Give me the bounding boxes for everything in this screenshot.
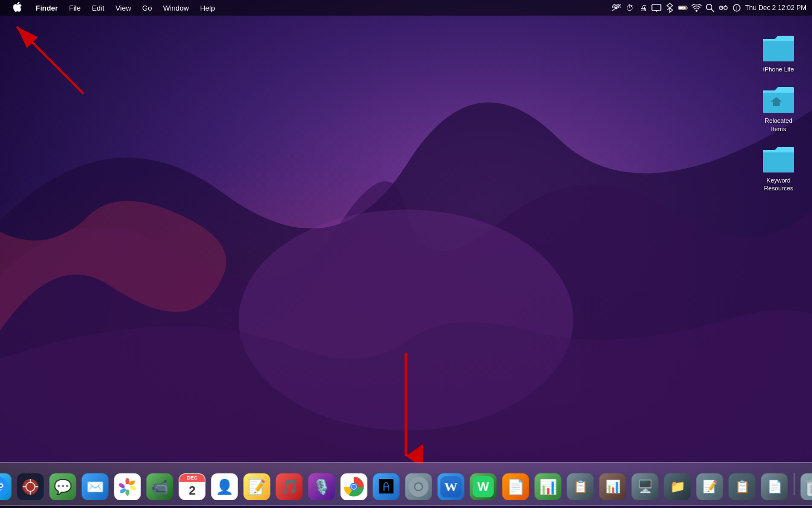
svg-point-33 [125, 489, 129, 496]
svg-point-30 [125, 478, 129, 485]
photos-icon [114, 473, 141, 500]
dock-sysprefs[interactable] [404, 472, 434, 502]
app3-icon: 🖥️ [632, 473, 659, 500]
dock-app7[interactable]: 📄 [760, 472, 790, 502]
notes-icon: 📝 [244, 473, 270, 500]
menubar-right: ⏱ 🖨 ⚡ [611, 3, 812, 13]
iphone-life-folder[interactable]: iPhone Life [756, 33, 801, 74]
svg-point-13 [721, 7, 722, 8]
dock-app6[interactable]: 📋 [727, 472, 757, 502]
dock: 💬 ✉️ [0, 462, 812, 506]
dock-notes[interactable]: 📝 [242, 472, 272, 502]
music-icon: 🎵 [276, 473, 303, 500]
svg-point-49 [423, 480, 426, 483]
bluetooth-icon[interactable] [665, 3, 675, 13]
dock-app3[interactable]: 🖥️ [630, 472, 660, 502]
svg-point-44 [417, 477, 420, 481]
app7-icon: 📄 [761, 473, 788, 500]
dock-pages[interactable]: 📄 [501, 472, 531, 502]
screen-time-icon[interactable]: ⏱ [625, 3, 635, 13]
svg-point-45 [417, 493, 420, 496]
search-icon[interactable] [705, 3, 715, 13]
dock-separator [794, 473, 795, 495]
dock-numbers[interactable]: 📊 [533, 472, 563, 502]
app1-icon: 📋 [567, 473, 594, 500]
dock-chrome[interactable] [339, 472, 369, 502]
dock-launchpad[interactable] [16, 472, 46, 502]
svg-point-36 [125, 484, 130, 490]
pages-icon: 📄 [502, 473, 529, 500]
svg-rect-55 [805, 480, 813, 482]
relocated-items-label: Relocated Items [756, 116, 801, 133]
svg-point-46 [409, 485, 413, 488]
control-center-icon[interactable] [718, 3, 728, 13]
window-menu[interactable]: Window [158, 3, 193, 13]
keyword-resources-label: Keyword Resources [756, 176, 801, 193]
dock-word[interactable]: W [436, 472, 466, 502]
file-menu[interactable]: File [65, 3, 85, 13]
appstore-icon: 🅰 [373, 473, 400, 500]
svg-point-48 [412, 480, 414, 483]
launchpad-icon [17, 473, 44, 500]
dock-app5[interactable]: 📝 [695, 472, 725, 502]
help-menu[interactable]: Help [196, 3, 220, 13]
app5-icon: 📝 [697, 473, 723, 500]
dock-music[interactable]: 🎵 [274, 472, 304, 502]
svg-text:i: i [736, 6, 737, 11]
dock-finder[interactable] [0, 472, 13, 502]
battery-icon[interactable]: ⚡ [678, 3, 688, 13]
numbers-icon: 📊 [535, 473, 562, 500]
dock-app1[interactable]: 📋 [566, 472, 596, 502]
svg-text:⚡: ⚡ [681, 6, 685, 11]
chrome-icon [341, 473, 368, 500]
svg-point-52 [415, 483, 422, 490]
svg-point-51 [423, 491, 426, 494]
edit-menu[interactable]: Edit [88, 3, 109, 13]
dock-trash[interactable] [799, 472, 813, 502]
finder-icon [0, 473, 12, 500]
print-icon[interactable]: 🖨 [638, 3, 648, 13]
relocated-items-folder-icon [762, 85, 795, 114]
calendar-icon: DEC 2 [179, 473, 206, 500]
relocated-items-folder[interactable]: Relocated Items [756, 85, 801, 133]
contacts-icon: 👤 [211, 473, 238, 500]
dock-podcasts[interactable]: 🎙️ [307, 472, 337, 502]
svg-point-47 [425, 485, 428, 488]
mail-icon: ✉️ [82, 473, 109, 500]
go-menu[interactable]: Go [138, 3, 156, 13]
dock-mail[interactable]: ✉️ [80, 472, 110, 502]
dock-app2[interactable]: 📊 [598, 472, 628, 502]
view-menu[interactable]: View [111, 3, 136, 13]
arrow-bottom-center [389, 353, 423, 464]
trash-icon [801, 473, 813, 500]
menubar-left: Finder File Edit View Go Window Help [0, 1, 219, 15]
finder-menu[interactable]: Finder [31, 3, 62, 13]
dock-facetime[interactable]: 📹 [145, 472, 175, 502]
mirroring-icon[interactable] [651, 3, 661, 13]
dock-contacts[interactable]: 👤 [210, 472, 240, 502]
apple-menu[interactable] [4, 1, 29, 15]
desktop: Finder File Edit View Go Window Help ⏱ 🖨 [0, 0, 812, 508]
clock: Thu Dec 2 12:02 PM [745, 4, 806, 12]
notification-icon[interactable]: i [732, 3, 742, 13]
dock-whatsapp[interactable]: W [468, 472, 499, 502]
svg-point-12 [724, 6, 727, 9]
app2-icon: 📊 [600, 473, 626, 500]
iphone-life-label: iPhone Life [761, 65, 795, 74]
desktop-icons: iPhone Life Relocated Items [756, 33, 801, 193]
facetime-icon: 📹 [147, 473, 173, 500]
keyword-resources-folder-icon [762, 145, 795, 174]
svg-rect-3 [652, 4, 661, 11]
whatsapp-icon: W [470, 473, 497, 500]
app4-icon: 📁 [664, 473, 691, 500]
dock-photos[interactable] [113, 472, 143, 502]
network-status-icon[interactable] [611, 3, 621, 13]
dock-appstore[interactable]: 🅰 [371, 472, 402, 502]
word-icon: W [438, 473, 465, 500]
keyword-resources-folder[interactable]: Keyword Resources [756, 145, 801, 193]
dock-messages[interactable]: 💬 [48, 472, 78, 502]
menubar: Finder File Edit View Go Window Help ⏱ 🖨 [0, 0, 812, 16]
dock-calendar[interactable]: DEC 2 [177, 472, 207, 502]
dock-app4[interactable]: 📁 [663, 472, 693, 502]
wifi-icon[interactable] [692, 3, 702, 13]
